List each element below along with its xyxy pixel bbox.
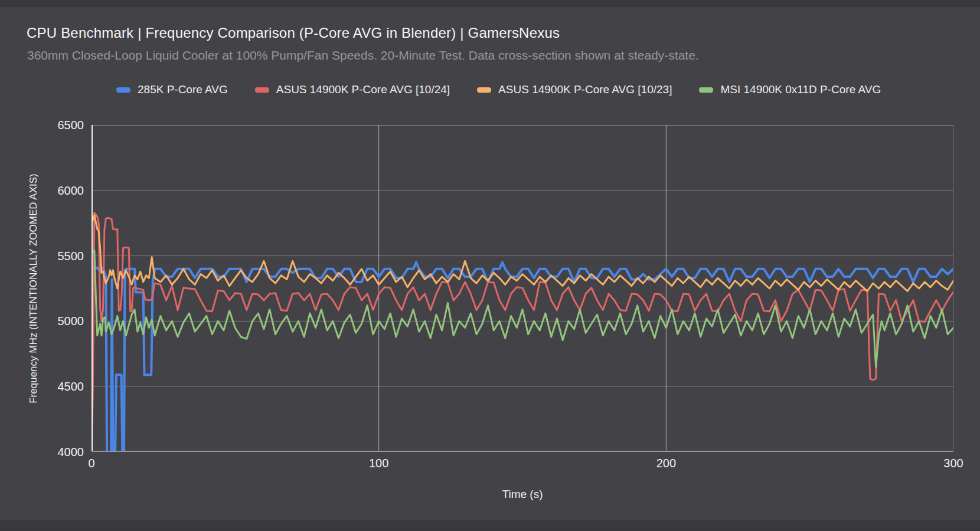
x-tick-label: 0 [88, 457, 94, 470]
page-title: CPU Benchmark | Frequency Comparison (P-… [27, 25, 560, 41]
legend-label: ASUS 14900K P-Core AVG [10/24] [276, 83, 450, 96]
y-tick-label: 5500 [58, 250, 84, 263]
y-axis-title: Frequency MHz (INTENTIONALLY ZOOMED AXIS… [28, 147, 40, 430]
series-line-asus-14900k-p-core-avg-10-23- [92, 215, 953, 291]
legend-swatch-icon [255, 87, 269, 93]
legend-swatch-icon [699, 87, 713, 93]
x-axis-title: Time (s) [502, 488, 543, 501]
chart-legend: 285K P-Core AVGASUS 14900K P-Core AVG [1… [116, 83, 881, 96]
legend-swatch-icon [116, 87, 130, 93]
plot-svg [92, 125, 953, 452]
y-tick-label: 6500 [58, 119, 84, 132]
y-tick-label: 4000 [58, 445, 84, 459]
y-tick-label: 6000 [58, 184, 84, 198]
legend-label: MSI 14900K 0x11D P-Core AVG [720, 83, 881, 96]
legend-item: ASUS 14900K P-Core AVG [10/23] [477, 83, 672, 96]
x-tick-label: 100 [369, 457, 388, 470]
x-tick-label: 200 [656, 457, 676, 470]
legend-swatch-icon [477, 87, 491, 93]
y-tick-label: 5000 [58, 314, 84, 328]
legend-label: 285K P-Core AVG [138, 83, 228, 96]
y-tick-label: 4500 [58, 380, 84, 394]
chart-subtitle: 360mm Closed-Loop Liquid Cooler at 100% … [27, 48, 699, 63]
series-line-asus-14900k-p-core-avg-10-24- [92, 213, 953, 453]
legend-item: 285K P-Core AVG [116, 83, 228, 96]
legend-item: ASUS 14900K P-Core AVG [10/24] [255, 83, 450, 96]
legend-label: ASUS 14900K P-Core AVG [10/23] [498, 83, 672, 96]
legend-item: MSI 14900K 0x11D P-Core AVG [699, 83, 881, 96]
x-tick-label: 300 [943, 457, 963, 470]
